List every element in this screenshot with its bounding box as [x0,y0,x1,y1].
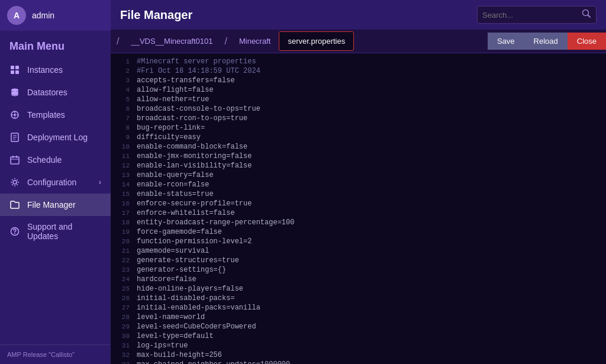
code-line: 29level-seed=CubeCodersPowered [111,322,606,331]
svg-rect-2 [11,70,14,74]
line-content: accepts-transfers=false [137,76,235,85]
line-number: 17 [115,210,130,217]
app-title: File Manager [120,8,192,22]
code-line: 26initial-disabled-packs= [111,294,606,303]
line-content: level-name=world [137,313,205,321]
code-line: 23generator-settings={} [111,265,606,275]
line-content: enable-status=true [137,190,214,198]
tab-server-properties[interactable]: server.properties [279,31,354,51]
line-content: enforce-whitelist=false [137,209,235,217]
line-number: 28 [115,314,130,321]
sidebar-nav: Instances Datastores [0,59,111,247]
line-content: log-ips=true [137,342,188,350]
svg-point-8 [11,94,18,96]
line-number: 1 [115,58,130,65]
sidebar-item-instances[interactable]: Instances [0,59,111,81]
code-line: 13enable-query=false [111,170,606,180]
code-line: 10enable-command-block=false [111,142,606,152]
line-number: 7 [115,115,130,122]
code-line: 1#Minecraft server properties [111,57,606,66]
code-line: 7broadcast-rcon-to-ops=true [111,114,606,123]
line-number: 29 [115,323,130,330]
breadcrumb-sep-2: / [221,36,230,47]
code-line: 21gamemode=survival [111,246,606,256]
svg-point-10 [14,114,16,116]
svg-rect-0 [11,66,14,69]
line-number: 14 [115,181,130,188]
line-number: 20 [115,238,130,245]
search-input[interactable] [482,11,577,20]
sidebar-item-deployment-log-label: Deployment Log [27,133,88,142]
line-content: initial-enabled-packs=vanilla [137,304,260,312]
line-content: generate-structures=true [137,256,239,265]
line-number: 26 [115,295,130,302]
code-line: 17enforce-whitelist=false [111,208,606,218]
line-content: enable-jmx-monitoring=false [137,152,252,160]
sidebar-item-schedule[interactable]: Schedule [0,149,111,171]
line-content: #Fri Oct 18 14:18:59 UTC 2024 [137,67,260,75]
line-content: level-type=default [137,332,214,340]
line-number: 8 [115,124,130,131]
reload-button[interactable]: Reload [524,33,568,50]
database-icon [9,87,20,98]
code-line: 25hide-online-players=false [111,284,606,294]
tab-minecraft-label: Minecraft [239,37,270,46]
line-content: broadcast-console-to-ops=true [137,105,260,113]
save-button[interactable]: Save [488,33,524,50]
action-buttons: Save Reload Close [488,33,606,50]
svg-rect-3 [15,70,19,74]
code-editor[interactable]: 1#Minecraft server properties2#Fri Oct 1… [111,53,606,364]
search-bar[interactable] [477,6,597,24]
close-button[interactable]: Close [568,33,606,50]
line-number: 31 [115,342,130,349]
line-number: 13 [115,172,130,179]
calendar-icon [9,154,20,165]
line-content: entity-broadcast-range-percentage=100 [137,218,294,227]
line-number: 18 [115,219,130,226]
tab-vds-label: __VDS__Minecraft0101 [131,37,212,46]
sidebar-item-datastores[interactable]: Datastores [0,81,111,104]
line-content: bug-report-link= [137,124,205,132]
sidebar-item-file-manager[interactable]: File Manager [0,194,111,216]
sidebar-item-configuration[interactable]: Configuration › [0,171,111,194]
code-line: 4allow-flight=false [111,85,606,95]
line-content: force-gamemode=false [137,228,222,236]
line-content: hide-online-players=false [137,285,243,293]
tab-minecraft[interactable]: Minecraft [231,32,279,50]
line-content: level-seed=CubeCodersPowered [137,323,256,331]
config-icon [9,177,20,188]
line-content: enable-lan-visibility=false [137,162,252,170]
sidebar-item-templates[interactable]: Templates [0,104,111,126]
sidebar-item-configuration-label: Configuration [27,178,76,187]
line-content: difficulty=easy [137,133,201,141]
line-content: enable-command-block=false [137,143,247,151]
line-number: 16 [115,200,130,207]
line-number: 9 [115,134,130,141]
code-line: 5allow-nether=true [111,95,606,104]
line-number: 10 [115,143,130,150]
topbar: File Manager [111,0,606,30]
line-number: 11 [115,153,130,160]
sidebar-item-support[interactable]: Support and Updates [0,216,111,247]
code-line: 19force-gamemode=false [111,227,606,237]
code-line: 2#Fri Oct 18 14:18:59 UTC 2024 [111,66,606,76]
file-tabs: / __VDS__Minecraft0101 / Minecraft serve… [111,30,606,53]
sidebar-item-file-manager-label: File Manager [27,200,76,210]
code-line: 31log-ips=true [111,341,606,350]
breadcrumb-sep: / [113,36,123,47]
line-content: gamemode=survival [137,247,209,255]
line-number: 2 [115,67,130,75]
code-line: 15enable-status=true [111,189,606,199]
code-line: 8bug-report-link= [111,123,606,133]
file-manager-icon [9,199,20,210]
code-line: 12enable-lan-visibility=false [111,161,606,170]
line-number: 4 [115,86,130,94]
tab-vds-minecraft[interactable]: __VDS__Minecraft0101 [123,32,221,50]
line-number: 27 [115,304,130,311]
sidebar-item-deployment-log[interactable]: Deployment Log [0,126,111,149]
code-line: 33max-chained-neighbor-updates=1000000 [111,360,606,364]
line-number: 25 [115,285,130,292]
line-content: generator-settings={} [137,266,226,274]
code-line: 11enable-jmx-monitoring=false [111,152,606,161]
tab-server-props-label: server.properties [288,37,345,46]
